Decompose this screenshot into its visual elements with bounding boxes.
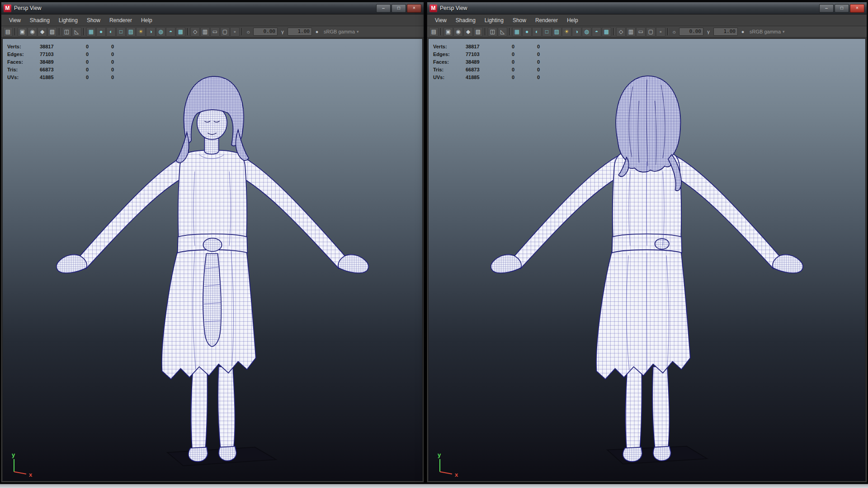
lights-icon[interactable]: ☀: [136, 27, 146, 37]
toolbar-separator[interactable]: [613, 28, 614, 35]
smooth-shade-icon[interactable]: ●: [522, 27, 532, 37]
bookmark-icon[interactable]: ◆: [463, 27, 473, 37]
menu-help[interactable]: Help: [137, 16, 156, 25]
left-foot[interactable]: [623, 447, 642, 462]
gate-mask-icon[interactable]: ▭: [636, 27, 646, 37]
exposure-field[interactable]: 0.00: [679, 28, 703, 36]
field-chart-icon[interactable]: ▥: [200, 27, 210, 37]
motion-blur-icon[interactable]: ◓: [166, 27, 175, 37]
gate-mask-icon[interactable]: ▭: [210, 27, 220, 37]
perspective-viewport-front[interactable]: Verts: 38817 0 0 Edges: 77103 0 0 Faces:…: [2, 38, 423, 481]
left-leg[interactable]: [626, 367, 642, 449]
occlusion-icon[interactable]: ◍: [582, 27, 591, 37]
safe-title-icon[interactable]: ▫: [656, 27, 665, 37]
exposure-icon[interactable]: ☼: [245, 28, 251, 36]
toolbar-separator[interactable]: [509, 28, 510, 35]
textured-icon[interactable]: ▨: [126, 27, 136, 37]
menu-lighting[interactable]: Lighting: [481, 16, 508, 25]
menu-shading[interactable]: Shading: [452, 16, 480, 25]
motion-blur-icon[interactable]: ◓: [592, 27, 601, 37]
gamma-field[interactable]: 1.00: [288, 28, 312, 36]
left-leg[interactable]: [191, 367, 208, 449]
safe-action-icon[interactable]: ▢: [646, 27, 656, 37]
lights-icon[interactable]: ☀: [562, 27, 571, 37]
character-wireframe-back[interactable]: [429, 39, 865, 481]
field-chart-icon[interactable]: ▥: [626, 27, 636, 37]
safe-title-icon[interactable]: ▫: [230, 27, 240, 37]
panel-menu-icon[interactable]: ▤: [3, 27, 13, 37]
multisample-icon[interactable]: ▩: [176, 27, 185, 37]
isolate-select-icon[interactable]: ◇: [190, 27, 200, 37]
smooth-shade-icon[interactable]: ●: [96, 27, 106, 37]
wireframe-icon[interactable]: ▦: [86, 27, 96, 37]
right-foot[interactable]: [653, 446, 671, 461]
right-leg[interactable]: [652, 367, 669, 448]
menu-show[interactable]: Show: [509, 16, 530, 25]
menu-renderer[interactable]: Renderer: [105, 16, 136, 25]
color-transform-label[interactable]: sRGB gamma: [324, 29, 355, 34]
multisample-icon[interactable]: ▩: [602, 27, 611, 37]
image-plane-icon[interactable]: ▧: [473, 27, 483, 37]
minimize-button[interactable]: –: [819, 4, 834, 13]
gamma-field[interactable]: 1.00: [713, 28, 738, 36]
left-hand[interactable]: [57, 254, 87, 273]
menu-show[interactable]: Show: [83, 16, 104, 25]
two-d-pan-zoom-icon[interactable]: ◫: [488, 27, 497, 37]
toolbar-separator[interactable]: [59, 28, 60, 35]
menu-shading[interactable]: Shading: [26, 16, 54, 25]
textured-icon[interactable]: ▨: [552, 27, 561, 37]
panel-menu-icon[interactable]: ▤: [429, 27, 439, 37]
character-back-group[interactable]: [491, 76, 803, 464]
shadows-icon[interactable]: ◑: [572, 27, 581, 37]
flat-shade-icon[interactable]: ◐: [532, 27, 542, 37]
right-hand[interactable]: [338, 254, 368, 273]
camera-attributes-icon[interactable]: ◉: [28, 27, 37, 37]
shadows-icon[interactable]: ◑: [146, 27, 156, 37]
grease-pencil-icon[interactable]: ◺: [498, 27, 507, 37]
menu-help[interactable]: Help: [563, 16, 582, 25]
two-d-pan-zoom-icon[interactable]: ◫: [62, 27, 71, 37]
color-management-icon[interactable]: ●: [314, 28, 320, 36]
camera-attributes-icon[interactable]: ◉: [453, 27, 463, 37]
maximize-button[interactable]: □: [835, 4, 849, 13]
window-titlebar[interactable]: M Persp View – □ ×: [427, 2, 867, 14]
character-wireframe-front[interactable]: [3, 39, 422, 481]
gamma-icon[interactable]: γ: [705, 28, 712, 36]
bookmark-icon[interactable]: ◆: [38, 27, 47, 37]
toolbar-separator[interactable]: [187, 28, 189, 35]
skirt[interactable]: [596, 247, 690, 379]
select-camera-icon[interactable]: ▣: [443, 27, 453, 37]
chevron-down-icon[interactable]: ▾: [783, 29, 785, 34]
occlusion-icon[interactable]: ◍: [156, 27, 165, 37]
toolbar-separator[interactable]: [485, 28, 486, 35]
close-button[interactable]: ×: [850, 4, 864, 13]
grease-pencil-icon[interactable]: ◺: [72, 27, 81, 37]
toolbar-separator[interactable]: [241, 28, 243, 35]
safe-action-icon[interactable]: ▢: [220, 27, 230, 37]
right-leg[interactable]: [218, 367, 235, 448]
maximize-button[interactable]: □: [392, 4, 406, 13]
right-foot[interactable]: [219, 446, 236, 461]
color-management-icon[interactable]: ●: [740, 28, 746, 36]
menu-lighting[interactable]: Lighting: [55, 16, 82, 25]
torso-tunic[interactable]: [178, 150, 247, 247]
image-plane-icon[interactable]: ▧: [47, 27, 57, 37]
left-foot[interactable]: [189, 447, 208, 462]
toolbar-separator[interactable]: [667, 28, 669, 35]
minimize-button[interactable]: –: [376, 4, 391, 13]
flat-shade-icon[interactable]: ◐: [106, 27, 116, 37]
close-button[interactable]: ×: [407, 4, 421, 13]
toolbar-separator[interactable]: [440, 28, 442, 35]
exposure-field[interactable]: 0.00: [253, 28, 278, 36]
right-hand[interactable]: [773, 254, 803, 273]
perspective-viewport-back[interactable]: Verts: 38817 0 0 Edges: 77103 0 0 Faces:…: [428, 38, 866, 481]
select-camera-icon[interactable]: ▣: [18, 27, 27, 37]
menu-view[interactable]: View: [431, 16, 451, 25]
gamma-icon[interactable]: γ: [279, 28, 286, 36]
window-titlebar[interactable]: M Persp View – □ ×: [1, 2, 424, 14]
menu-view[interactable]: View: [5, 16, 25, 25]
character-front-group[interactable]: [57, 76, 368, 466]
bounding-box-icon[interactable]: □: [542, 27, 552, 37]
menu-renderer[interactable]: Renderer: [531, 16, 562, 25]
toolbar-separator[interactable]: [14, 28, 16, 35]
